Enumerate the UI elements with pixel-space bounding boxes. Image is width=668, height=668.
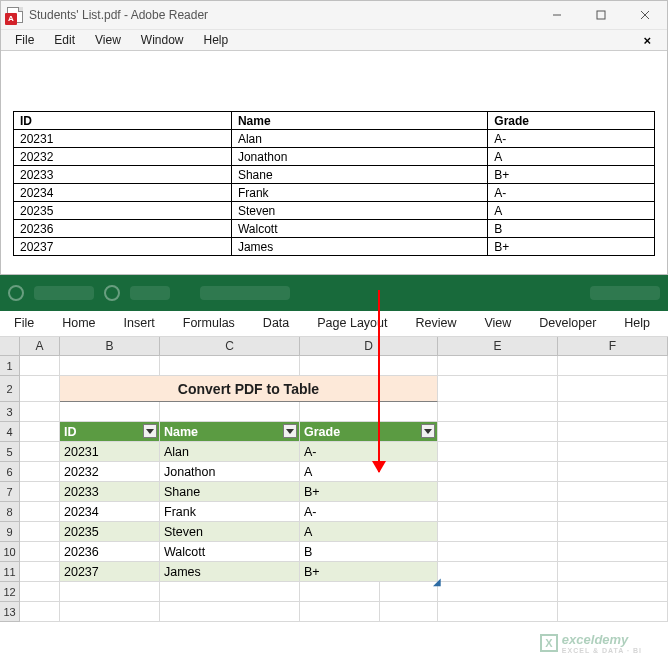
adobe-reader-window: A Students' List.pdf - Adobe Reader File…	[0, 0, 668, 275]
table-cell[interactable]: 20236	[60, 542, 160, 562]
reader-titlebar: A Students' List.pdf - Adobe Reader	[1, 1, 667, 29]
watermark: X exceldemy EXCEL & DATA · BI	[540, 632, 642, 654]
col-header-D[interactable]: D	[300, 337, 438, 355]
row-header[interactable]: 11	[0, 562, 20, 582]
table-cell[interactable]: 20237	[60, 562, 160, 582]
pdf-table-row: 20231AlanA-	[14, 130, 655, 148]
row-header[interactable]: 5	[0, 442, 20, 462]
ribbon-tab-home[interactable]: Home	[48, 311, 109, 336]
pdf-th-id: ID	[14, 112, 232, 130]
select-all-corner[interactable]	[0, 337, 20, 355]
ribbon-tab-help[interactable]: Help	[610, 311, 664, 336]
ribbon-tab-pagelayout[interactable]: Page Layout	[303, 311, 401, 336]
watermark-sub: EXCEL & DATA · BI	[562, 647, 642, 654]
ribbon-tab-data[interactable]: Data	[249, 311, 303, 336]
ribbon-tab-developer[interactable]: Developer	[525, 311, 610, 336]
excel-titlebar-blur	[34, 286, 94, 300]
pdf-table-row: 20237JamesB+	[14, 238, 655, 256]
col-header-F[interactable]: F	[558, 337, 668, 355]
ribbon-tab-view[interactable]: View	[470, 311, 525, 336]
menu-window[interactable]: Window	[131, 31, 194, 49]
table-cell[interactable]: Walcott	[160, 542, 300, 562]
table-cell[interactable]: A-	[300, 442, 438, 462]
row-header[interactable]: 3	[0, 402, 20, 422]
excel-titlebar-blur	[200, 286, 290, 300]
watermark-brand: exceldemy	[562, 632, 629, 647]
filter-dropdown-icon[interactable]	[283, 424, 297, 438]
row-header[interactable]: 6	[0, 462, 20, 482]
table-cell[interactable]: Shane	[160, 482, 300, 502]
filter-dropdown-icon[interactable]	[143, 424, 157, 438]
pdf-table-header-row: ID Name Grade	[14, 112, 655, 130]
table-header-name: Name	[160, 422, 300, 442]
table-cell[interactable]: 20234	[60, 502, 160, 522]
reader-document-area: ID Name Grade 20231AlanA- 20232JonathonA…	[1, 51, 667, 274]
table-cell[interactable]: A-	[300, 502, 438, 522]
maximize-button[interactable]	[579, 1, 623, 29]
table-cell[interactable]: A	[300, 522, 438, 542]
ribbon-tab-select[interactable]: Select C	[664, 311, 668, 336]
table-cell[interactable]: James	[160, 562, 300, 582]
pdf-table: ID Name Grade 20231AlanA- 20232JonathonA…	[13, 111, 655, 256]
excel-titlebar	[0, 275, 668, 311]
ribbon-tab-file[interactable]: File	[0, 311, 48, 336]
menu-edit[interactable]: Edit	[44, 31, 85, 49]
row-header[interactable]: 13	[0, 602, 20, 622]
table-cell[interactable]: 20231	[60, 442, 160, 462]
ribbon-tab-insert[interactable]: Insert	[110, 311, 169, 336]
window-controls	[535, 1, 667, 29]
reader-title: Students' List.pdf - Adobe Reader	[29, 8, 208, 22]
row-header[interactable]: 7	[0, 482, 20, 502]
pdf-table-row: 20235StevenA	[14, 202, 655, 220]
document-close-icon[interactable]: ×	[633, 31, 661, 50]
ribbon-tab-review[interactable]: Review	[401, 311, 470, 336]
excel-grid[interactable]: A B C D E F 1 2 Convert PDF to Table 3 4	[0, 337, 668, 622]
table-cell[interactable]: Frank	[160, 502, 300, 522]
filter-dropdown-icon[interactable]	[421, 424, 435, 438]
table-cell[interactable]: Steven	[160, 522, 300, 542]
menu-view[interactable]: View	[85, 31, 131, 49]
table-cell[interactable]: Jonathon	[160, 462, 300, 482]
excel-quick-access-icon	[104, 285, 120, 301]
pdf-th-grade: Grade	[488, 112, 655, 130]
table-cell[interactable]: B	[300, 542, 438, 562]
excel-window: File Home Insert Formulas Data Page Layo…	[0, 275, 668, 622]
table-header-id: ID	[60, 422, 160, 442]
svg-rect-1	[597, 11, 605, 19]
row-header[interactable]: 10	[0, 542, 20, 562]
watermark-logo-icon: X	[540, 634, 558, 652]
col-header-B[interactable]: B	[60, 337, 160, 355]
table-cell[interactable]: Alan	[160, 442, 300, 462]
worksheet: 1 2 Convert PDF to Table 3 4 ID Name Gra…	[0, 356, 668, 622]
reader-menubar: File Edit View Window Help ×	[1, 29, 667, 51]
row-header[interactable]: 8	[0, 502, 20, 522]
table-cell[interactable]: A	[300, 462, 438, 482]
excel-titlebar-blur	[590, 286, 660, 300]
ribbon-tab-formulas[interactable]: Formulas	[169, 311, 249, 336]
row-header[interactable]: 2	[0, 376, 20, 402]
table-cell[interactable]: 20232	[60, 462, 160, 482]
excel-ribbon: File Home Insert Formulas Data Page Layo…	[0, 311, 668, 337]
table-cell[interactable]: B+	[300, 482, 438, 502]
col-header-E[interactable]: E	[438, 337, 558, 355]
excel-quick-access-icon	[8, 285, 24, 301]
minimize-button[interactable]	[535, 1, 579, 29]
col-header-A[interactable]: A	[20, 337, 60, 355]
pdf-table-row: 20232JonathonA	[14, 148, 655, 166]
menu-file[interactable]: File	[5, 31, 44, 49]
table-cell[interactable]: B+◢	[300, 562, 438, 582]
close-button[interactable]	[623, 1, 667, 29]
row-header[interactable]: 1	[0, 356, 20, 376]
pdf-table-row: 20234FrankA-	[14, 184, 655, 202]
table-cell[interactable]: 20233	[60, 482, 160, 502]
row-header[interactable]: 9	[0, 522, 20, 542]
title-banner: Convert PDF to Table	[60, 376, 438, 402]
table-cell[interactable]: 20235	[60, 522, 160, 542]
pdf-file-icon: A	[7, 7, 23, 23]
table-resize-handle-icon[interactable]: ◢	[433, 576, 441, 587]
row-header[interactable]: 12	[0, 582, 20, 602]
row-header[interactable]: 4	[0, 422, 20, 442]
col-header-C[interactable]: C	[160, 337, 300, 355]
pdf-table-row: 20233ShaneB+	[14, 166, 655, 184]
menu-help[interactable]: Help	[194, 31, 239, 49]
